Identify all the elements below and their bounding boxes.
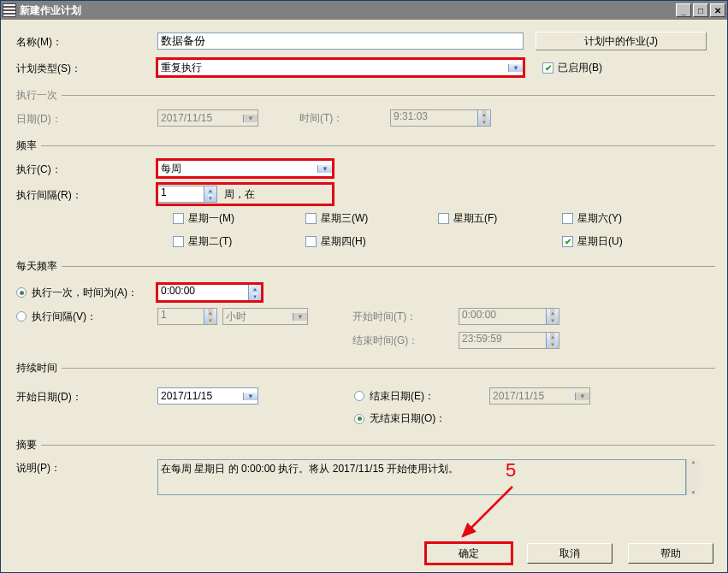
duration-group: 持续时间 开始日期(D)： 2017/11/15▼ 结束日期(E)： 2017/… bbox=[16, 361, 715, 434]
day-mon-checkbox[interactable]: 星期一(M) bbox=[173, 211, 280, 226]
window-title: 新建作业计划 bbox=[20, 3, 676, 18]
freq-interval-label: 执行间隔(R)： bbox=[16, 186, 157, 203]
maximize-button[interactable]: □ bbox=[693, 3, 708, 17]
schedule-type-label: 计划类型(S)： bbox=[16, 60, 157, 76]
close-button[interactable]: ✕ bbox=[710, 3, 725, 17]
freq-execute-label: 执行(C)： bbox=[16, 161, 157, 177]
client-area: 名称(M)： 计划中的作业(J) 计划类型(S)： 重复执行 ▼ ✔ 已启用(B… bbox=[1, 20, 727, 572]
chevron-down-icon: ▼ bbox=[508, 64, 523, 72]
window: 新建作业计划 _ □ ✕ 名称(M)： 计划中的作业(J) 计划类型(S)： 重… bbox=[0, 0, 728, 573]
freq-execute-combo[interactable]: 每周▼ bbox=[157, 160, 333, 177]
daily-end-time: 23:59:59▲▼ bbox=[459, 332, 559, 349]
day-sat-checkbox[interactable]: 星期六(Y) bbox=[562, 211, 660, 226]
day-wed-checkbox[interactable]: 星期三(W) bbox=[305, 211, 412, 226]
day-tue-checkbox[interactable]: 星期二(T) bbox=[173, 234, 280, 249]
name-label: 名称(M)： bbox=[16, 33, 157, 50]
annotation-arrow-icon bbox=[454, 480, 523, 548]
daily-interval-unit: 小时▼ bbox=[222, 308, 308, 325]
help-button[interactable]: 帮助 bbox=[628, 543, 713, 564]
summary-text bbox=[157, 459, 686, 495]
daily-freq-group: 每天频率 执行一次，时间为(A)： 0:00:00▲▼ 执行间隔(V)： 1▲▼ bbox=[16, 259, 715, 357]
scrollbar[interactable]: ▲▼ bbox=[686, 459, 700, 495]
execute-once-group: 执行一次 日期(D)： 2017/11/15▼ 时间(T)： 9:31:03▲▼ bbox=[16, 88, 715, 135]
day-sun-checkbox[interactable]: ✔星期日(U) bbox=[562, 234, 660, 249]
name-input[interactable] bbox=[157, 32, 524, 50]
no-end-date-radio[interactable]: 无结束日期(O)： bbox=[354, 411, 446, 426]
svg-line-0 bbox=[463, 487, 512, 536]
end-date-radio[interactable]: 结束日期(E)： bbox=[354, 389, 489, 404]
enabled-checkbox[interactable]: ✔ 已启用(B) bbox=[542, 61, 602, 75]
chevron-down-icon: ▼ bbox=[317, 165, 332, 173]
daily-once-time[interactable]: 0:00:00▲▼ bbox=[157, 284, 262, 301]
duration-end-date: 2017/11/15▼ bbox=[489, 387, 590, 405]
daily-interval-spin: 1▲▼ bbox=[157, 308, 217, 325]
once-date-label: 日期(D)： bbox=[16, 110, 157, 127]
annotation-number: 5 bbox=[506, 459, 516, 481]
app-icon bbox=[3, 3, 16, 17]
day-fri-checkbox[interactable]: 星期五(F) bbox=[438, 211, 536, 226]
frequency-group: 频率 执行(C)： 每周▼ 执行间隔(R)： 1▲▼ 周，在 星期一(M) 星期… bbox=[16, 139, 715, 251]
titlebar: 新建作业计划 _ □ ✕ bbox=[1, 1, 727, 20]
once-date-input: 2017/11/15▼ bbox=[157, 109, 258, 127]
daily-once-radio[interactable]: 执行一次，时间为(A)： bbox=[16, 286, 157, 300]
minimize-button[interactable]: _ bbox=[676, 3, 691, 17]
summary-group: 摘要 说明(P)： ▲▼ bbox=[16, 438, 715, 504]
day-thu-checkbox[interactable]: 星期四(H) bbox=[305, 234, 412, 249]
cancel-button[interactable]: 取消 bbox=[527, 543, 613, 564]
duration-start-date[interactable]: 2017/11/15▼ bbox=[157, 387, 258, 405]
freq-interval-spin[interactable]: 1▲▼ bbox=[157, 186, 217, 203]
once-time-input: 9:31:03▲▼ bbox=[390, 109, 491, 127]
jobs-in-plan-button[interactable]: 计划中的作业(J) bbox=[536, 32, 707, 50]
daily-interval-radio[interactable]: 执行间隔(V)： bbox=[16, 310, 157, 324]
daily-start-time: 0:00:00▲▼ bbox=[459, 308, 559, 325]
once-time-label: 时间(T)： bbox=[299, 111, 390, 126]
schedule-type-combo[interactable]: 重复执行 ▼ bbox=[157, 59, 524, 76]
